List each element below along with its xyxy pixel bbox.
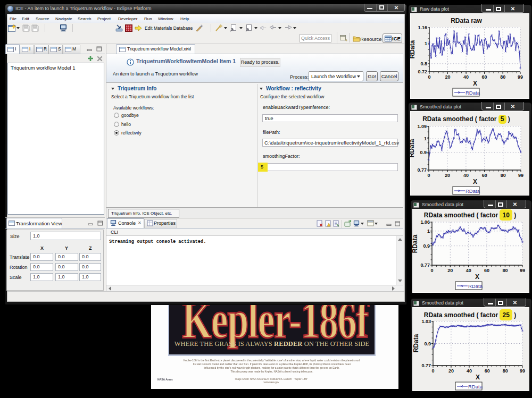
svg-text:0.9: 0.9 xyxy=(424,341,431,346)
svg-text:RData: RData xyxy=(411,234,419,253)
svg-text:99: 99 xyxy=(520,268,525,273)
svg-text:0: 0 xyxy=(427,173,430,178)
svg-text:0.77: 0.77 xyxy=(421,363,431,368)
svg-text:99: 99 xyxy=(518,74,523,80)
svg-text:0: 0 xyxy=(431,368,434,374)
svg-text:1.03: 1.03 xyxy=(421,319,431,324)
svg-text:0.9: 0.9 xyxy=(423,243,430,249)
svg-text:60: 60 xyxy=(482,173,487,178)
svg-text:40: 40 xyxy=(466,268,471,273)
svg-text:20: 20 xyxy=(447,268,453,273)
svg-text:1: 1 xyxy=(425,41,427,46)
svg-text:60: 60 xyxy=(485,368,490,374)
svg-text:80: 80 xyxy=(503,368,508,374)
svg-text:1.06: 1.06 xyxy=(420,219,430,225)
svg-text:RData: RData xyxy=(466,90,480,96)
svg-text:20: 20 xyxy=(448,368,454,374)
svg-text:1.16: 1.16 xyxy=(418,25,427,30)
svg-text:1.09: 1.09 xyxy=(417,124,427,129)
svg-text:RData: RData xyxy=(408,139,415,157)
svg-text:80: 80 xyxy=(501,173,506,178)
svg-text:0: 0 xyxy=(428,74,430,80)
svg-text:X: X xyxy=(473,80,477,87)
svg-text:20: 20 xyxy=(445,173,450,178)
svg-text:99: 99 xyxy=(518,173,523,178)
svg-text:X: X xyxy=(473,178,477,185)
svg-text:RData: RData xyxy=(409,40,416,58)
svg-text:1: 1 xyxy=(424,136,427,141)
svg-text:40: 40 xyxy=(463,74,469,80)
svg-text:80: 80 xyxy=(502,268,508,273)
svg-text:80: 80 xyxy=(500,74,505,80)
svg-text:60: 60 xyxy=(484,268,489,273)
svg-text:0.72: 0.72 xyxy=(418,69,427,74)
svg-text:RData: RData xyxy=(468,283,483,289)
svg-text:40: 40 xyxy=(467,368,472,374)
svg-text:0.77: 0.77 xyxy=(420,262,430,268)
svg-text:0: 0 xyxy=(430,268,433,273)
svg-text:99: 99 xyxy=(520,368,525,374)
svg-text:RData: RData xyxy=(466,188,480,194)
svg-text:0.9: 0.9 xyxy=(420,150,427,155)
svg-text:0.8: 0.8 xyxy=(420,61,427,66)
svg-text:0.77: 0.77 xyxy=(417,167,427,173)
svg-text:RData: RData xyxy=(412,334,420,352)
svg-text:RData: RData xyxy=(468,384,483,389)
svg-text:X: X xyxy=(476,374,480,381)
svg-text:1: 1 xyxy=(427,228,430,234)
svg-text:60: 60 xyxy=(482,74,487,80)
svg-text:X: X xyxy=(475,273,479,281)
svg-text:40: 40 xyxy=(463,173,469,178)
svg-text:20: 20 xyxy=(445,74,450,80)
